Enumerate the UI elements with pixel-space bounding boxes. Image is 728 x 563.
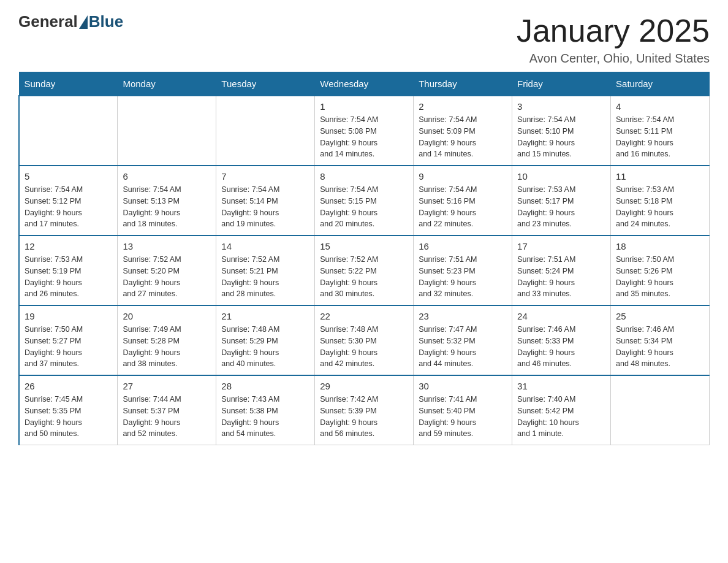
day-info: Sunrise: 7:54 AM Sunset: 5:09 PM Dayligh… bbox=[419, 114, 507, 160]
calendar-cell: 29Sunrise: 7:42 AM Sunset: 5:39 PM Dayli… bbox=[315, 375, 414, 445]
calendar-cell: 17Sunrise: 7:51 AM Sunset: 5:24 PM Dayli… bbox=[512, 236, 611, 305]
day-number: 29 bbox=[320, 381, 408, 391]
calendar-cell: 31Sunrise: 7:40 AM Sunset: 5:42 PM Dayli… bbox=[512, 375, 611, 445]
calendar-cell: 30Sunrise: 7:41 AM Sunset: 5:40 PM Dayli… bbox=[414, 375, 512, 445]
calendar-header-wednesday: Wednesday bbox=[315, 72, 414, 96]
calendar-cell: 18Sunrise: 7:50 AM Sunset: 5:26 PM Dayli… bbox=[611, 236, 710, 305]
calendar-header-saturday: Saturday bbox=[611, 72, 710, 96]
calendar-cell: 2Sunrise: 7:54 AM Sunset: 5:09 PM Daylig… bbox=[414, 96, 512, 166]
calendar-cell: 14Sunrise: 7:52 AM Sunset: 5:21 PM Dayli… bbox=[216, 236, 315, 305]
logo: General Blue bbox=[18, 12, 123, 31]
day-info: Sunrise: 7:50 AM Sunset: 5:27 PM Dayligh… bbox=[25, 324, 112, 370]
calendar-cell: 22Sunrise: 7:48 AM Sunset: 5:30 PM Dayli… bbox=[315, 305, 414, 375]
day-number: 31 bbox=[517, 381, 605, 391]
calendar-header-friday: Friday bbox=[512, 72, 611, 96]
day-number: 24 bbox=[517, 311, 605, 321]
day-number: 9 bbox=[419, 171, 507, 182]
day-info: Sunrise: 7:52 AM Sunset: 5:22 PM Dayligh… bbox=[320, 254, 408, 300]
day-number: 21 bbox=[221, 311, 309, 321]
day-info: Sunrise: 7:53 AM Sunset: 5:19 PM Dayligh… bbox=[25, 254, 112, 300]
day-number: 22 bbox=[320, 311, 408, 321]
day-number: 3 bbox=[517, 101, 605, 112]
day-number: 23 bbox=[419, 311, 507, 321]
calendar-cell: 25Sunrise: 7:46 AM Sunset: 5:34 PM Dayli… bbox=[611, 305, 710, 375]
day-number: 20 bbox=[123, 311, 211, 321]
calendar-cell: 28Sunrise: 7:43 AM Sunset: 5:38 PM Dayli… bbox=[216, 375, 315, 445]
calendar-cell: 13Sunrise: 7:52 AM Sunset: 5:20 PM Dayli… bbox=[118, 236, 216, 305]
day-number: 28 bbox=[221, 381, 309, 391]
day-number: 4 bbox=[616, 101, 704, 112]
day-number: 18 bbox=[616, 241, 704, 251]
day-number: 2 bbox=[419, 101, 507, 112]
day-number: 11 bbox=[616, 171, 704, 182]
day-info: Sunrise: 7:54 AM Sunset: 5:10 PM Dayligh… bbox=[517, 114, 605, 160]
day-info: Sunrise: 7:50 AM Sunset: 5:26 PM Dayligh… bbox=[616, 254, 704, 300]
day-info: Sunrise: 7:44 AM Sunset: 5:37 PM Dayligh… bbox=[123, 394, 211, 440]
calendar-cell: 8Sunrise: 7:54 AM Sunset: 5:15 PM Daylig… bbox=[315, 166, 414, 236]
day-info: Sunrise: 7:54 AM Sunset: 5:16 PM Dayligh… bbox=[419, 184, 507, 230]
logo-general-text: General bbox=[18, 12, 78, 31]
day-info: Sunrise: 7:53 AM Sunset: 5:18 PM Dayligh… bbox=[616, 184, 704, 230]
day-number: 27 bbox=[123, 381, 211, 391]
calendar-cell: 7Sunrise: 7:54 AM Sunset: 5:14 PM Daylig… bbox=[216, 166, 315, 236]
day-number: 1 bbox=[320, 101, 408, 112]
calendar-cell: 12Sunrise: 7:53 AM Sunset: 5:19 PM Dayli… bbox=[19, 236, 118, 305]
day-info: Sunrise: 7:54 AM Sunset: 5:11 PM Dayligh… bbox=[616, 114, 704, 160]
day-info: Sunrise: 7:51 AM Sunset: 5:23 PM Dayligh… bbox=[419, 254, 507, 300]
calendar-cell: 10Sunrise: 7:53 AM Sunset: 5:17 PM Dayli… bbox=[512, 166, 611, 236]
calendar-cell: 5Sunrise: 7:54 AM Sunset: 5:12 PM Daylig… bbox=[19, 166, 118, 236]
page-header: General Blue January 2025 Avon Center, O… bbox=[18, 12, 710, 66]
day-number: 7 bbox=[221, 171, 309, 182]
day-number: 5 bbox=[25, 171, 112, 182]
day-info: Sunrise: 7:40 AM Sunset: 5:42 PM Dayligh… bbox=[517, 394, 605, 440]
day-info: Sunrise: 7:51 AM Sunset: 5:24 PM Dayligh… bbox=[517, 254, 605, 300]
day-info: Sunrise: 7:46 AM Sunset: 5:34 PM Dayligh… bbox=[616, 324, 704, 370]
day-number: 8 bbox=[320, 171, 408, 182]
calendar-cell: 11Sunrise: 7:53 AM Sunset: 5:18 PM Dayli… bbox=[611, 166, 710, 236]
day-info: Sunrise: 7:46 AM Sunset: 5:33 PM Dayligh… bbox=[517, 324, 605, 370]
day-info: Sunrise: 7:54 AM Sunset: 5:14 PM Dayligh… bbox=[221, 184, 309, 230]
day-info: Sunrise: 7:53 AM Sunset: 5:17 PM Dayligh… bbox=[517, 184, 605, 230]
calendar-cell: 16Sunrise: 7:51 AM Sunset: 5:23 PM Dayli… bbox=[414, 236, 512, 305]
day-info: Sunrise: 7:54 AM Sunset: 5:13 PM Dayligh… bbox=[123, 184, 211, 230]
day-info: Sunrise: 7:48 AM Sunset: 5:30 PM Dayligh… bbox=[320, 324, 408, 370]
day-number: 19 bbox=[25, 311, 112, 321]
calendar-header-row: SundayMondayTuesdayWednesdayThursdayFrid… bbox=[19, 72, 710, 96]
calendar-cell: 24Sunrise: 7:46 AM Sunset: 5:33 PM Dayli… bbox=[512, 305, 611, 375]
calendar-cell: 27Sunrise: 7:44 AM Sunset: 5:37 PM Dayli… bbox=[118, 375, 216, 445]
calendar-week-row: 1Sunrise: 7:54 AM Sunset: 5:08 PM Daylig… bbox=[19, 96, 710, 166]
day-info: Sunrise: 7:54 AM Sunset: 5:12 PM Dayligh… bbox=[25, 184, 112, 230]
calendar-week-row: 5Sunrise: 7:54 AM Sunset: 5:12 PM Daylig… bbox=[19, 166, 710, 236]
calendar-cell: 4Sunrise: 7:54 AM Sunset: 5:11 PM Daylig… bbox=[611, 96, 710, 166]
calendar-header-thursday: Thursday bbox=[414, 72, 512, 96]
day-number: 16 bbox=[419, 241, 507, 251]
calendar-cell: 15Sunrise: 7:52 AM Sunset: 5:22 PM Dayli… bbox=[315, 236, 414, 305]
calendar-cell: 20Sunrise: 7:49 AM Sunset: 5:28 PM Dayli… bbox=[118, 305, 216, 375]
calendar-week-row: 19Sunrise: 7:50 AM Sunset: 5:27 PM Dayli… bbox=[19, 305, 710, 375]
calendar-week-row: 26Sunrise: 7:45 AM Sunset: 5:35 PM Dayli… bbox=[19, 375, 710, 445]
calendar-subtitle: Avon Center, Ohio, United States bbox=[517, 52, 710, 66]
day-info: Sunrise: 7:49 AM Sunset: 5:28 PM Dayligh… bbox=[123, 324, 211, 370]
calendar-cell: 23Sunrise: 7:47 AM Sunset: 5:32 PM Dayli… bbox=[414, 305, 512, 375]
calendar-cell bbox=[216, 96, 315, 166]
calendar-cell: 19Sunrise: 7:50 AM Sunset: 5:27 PM Dayli… bbox=[19, 305, 118, 375]
day-number: 10 bbox=[517, 171, 605, 182]
logo-blue-part: Blue bbox=[78, 12, 123, 31]
day-info: Sunrise: 7:43 AM Sunset: 5:38 PM Dayligh… bbox=[221, 394, 309, 440]
day-info: Sunrise: 7:42 AM Sunset: 5:39 PM Dayligh… bbox=[320, 394, 408, 440]
day-number: 17 bbox=[517, 241, 605, 251]
logo-triangle-icon bbox=[79, 15, 88, 29]
calendar-cell: 26Sunrise: 7:45 AM Sunset: 5:35 PM Dayli… bbox=[19, 375, 118, 445]
title-section: January 2025 Avon Center, Ohio, United S… bbox=[517, 12, 710, 66]
calendar-week-row: 12Sunrise: 7:53 AM Sunset: 5:19 PM Dayli… bbox=[19, 236, 710, 305]
day-info: Sunrise: 7:45 AM Sunset: 5:35 PM Dayligh… bbox=[25, 394, 112, 440]
calendar-header-monday: Monday bbox=[118, 72, 216, 96]
logo-blue-text: Blue bbox=[89, 12, 123, 31]
calendar-table: SundayMondayTuesdayWednesdayThursdayFrid… bbox=[18, 72, 710, 445]
calendar-title: January 2025 bbox=[517, 12, 710, 49]
day-number: 25 bbox=[616, 311, 704, 321]
calendar-cell: 1Sunrise: 7:54 AM Sunset: 5:08 PM Daylig… bbox=[315, 96, 414, 166]
day-number: 30 bbox=[419, 381, 507, 391]
day-info: Sunrise: 7:47 AM Sunset: 5:32 PM Dayligh… bbox=[419, 324, 507, 370]
day-info: Sunrise: 7:48 AM Sunset: 5:29 PM Dayligh… bbox=[221, 324, 309, 370]
